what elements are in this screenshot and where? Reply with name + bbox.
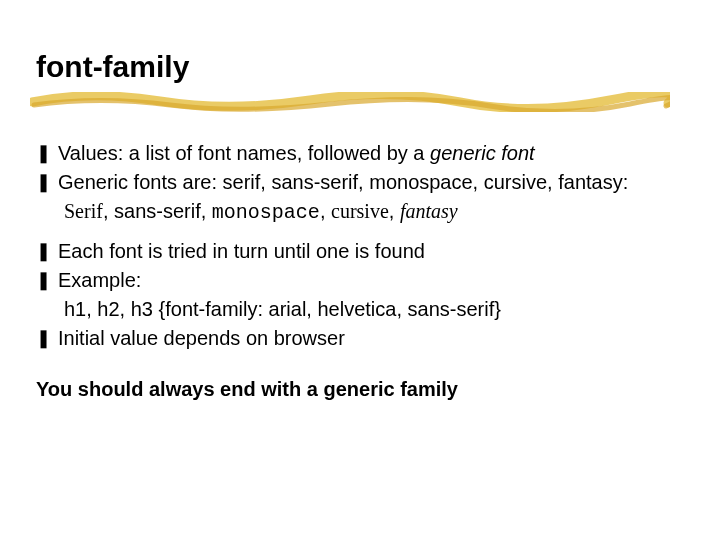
- sample-cursive: cursive: [331, 200, 389, 222]
- bullet-text: Initial value depends on browser: [58, 325, 690, 352]
- bullet-icon: ❚: [36, 325, 58, 350]
- bullet-icon: ❚: [36, 267, 58, 292]
- bullet-item: ❚ Generic fonts are: serif, sans-serif, …: [36, 169, 690, 196]
- text-italic: generic font: [430, 142, 535, 164]
- slide-body: ❚ Values: a list of font names, followed…: [36, 140, 690, 352]
- bullet-text: Each font is tried in turn until one is …: [58, 238, 690, 265]
- bullet-item: ❚ Values: a list of font names, followed…: [36, 140, 690, 167]
- bullet-icon: ❚: [36, 238, 58, 263]
- sample-serif: Serif: [64, 200, 103, 222]
- closing-note: You should always end with a generic fam…: [36, 378, 690, 401]
- bullet-item: ❚ Example:: [36, 267, 690, 294]
- sep: ,: [320, 200, 331, 222]
- sample-sans: sans-serif: [114, 200, 201, 222]
- sep: ,: [389, 200, 400, 222]
- example-code: h1, h2, h3 {font-family: arial, helvetic…: [64, 296, 690, 323]
- bullet-text: Values: a list of font names, followed b…: [58, 140, 690, 167]
- text-prefix: Values: a list of font names, followed b…: [58, 142, 430, 164]
- sample-fantasy: fantasy: [400, 200, 458, 222]
- bullet-text: Generic fonts are: serif, sans-serif, mo…: [58, 169, 690, 196]
- bullet-text: Example:: [58, 267, 690, 294]
- bullet-item: ❚ Initial value depends on browser: [36, 325, 690, 352]
- slide-title: font-family: [36, 50, 690, 84]
- sample-mono: monospace: [212, 201, 320, 224]
- bullet-item: ❚ Each font is tried in turn until one i…: [36, 238, 690, 265]
- title-underline: [30, 92, 670, 112]
- bullet-icon: ❚: [36, 169, 58, 194]
- bullet-icon: ❚: [36, 140, 58, 165]
- sep: ,: [103, 200, 114, 222]
- sep: ,: [201, 200, 212, 222]
- font-samples-line: Serif, sans-serif, monospace, cursive, f…: [64, 198, 690, 226]
